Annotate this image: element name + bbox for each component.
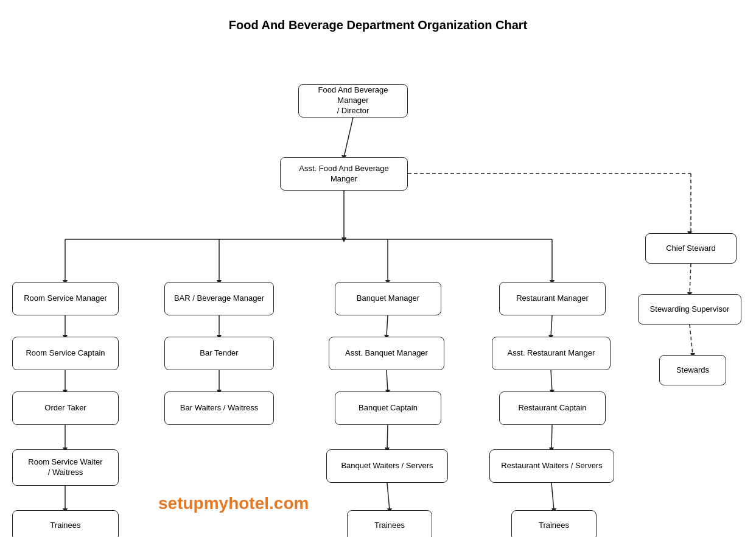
svg-line-10 xyxy=(690,325,693,355)
bar-tender-node: Bar Tender xyxy=(164,337,274,370)
svg-line-9 xyxy=(690,264,691,294)
svg-line-17 xyxy=(387,315,388,337)
svg-line-24 xyxy=(551,483,554,510)
svg-line-21 xyxy=(551,315,552,337)
chief-steward-node: Chief Steward xyxy=(645,233,737,264)
banquet-trainees-node: Trainees xyxy=(347,510,432,537)
rs-manager-node: Room Service Manager xyxy=(12,282,119,315)
svg-line-0 xyxy=(344,118,353,157)
svg-line-18 xyxy=(387,370,388,391)
restaurant-captain-node: Restaurant Captain xyxy=(499,391,606,425)
banquet-captain-node: Banquet Captain xyxy=(335,391,441,425)
watermark: setupmyhotel.com xyxy=(158,494,309,513)
order-taker-node: Order Taker xyxy=(12,391,119,425)
restaurant-manager-node: Restaurant Manager xyxy=(499,282,606,315)
stewards-node: Stewards xyxy=(659,355,726,385)
bar-manager-node: BAR / Beverage Manager xyxy=(164,282,274,315)
restaurant-trainees-node: Trainees xyxy=(511,510,597,537)
stewarding-supervisor-node: Stewarding Supervisor xyxy=(638,294,741,325)
svg-line-23 xyxy=(551,425,552,449)
svg-line-20 xyxy=(387,483,390,510)
banquet-waiters-node: Banquet Waiters / Servers xyxy=(326,449,448,483)
restaurant-waiters-node: Restaurant Waiters / Servers xyxy=(489,449,614,483)
page-title: Food And Beverage Department Organizatio… xyxy=(0,0,756,38)
svg-marker-26 xyxy=(341,237,346,242)
fb-director-node: Food And Beverage Manager / Director xyxy=(298,84,408,118)
bar-waiters-node: Bar Waiters / Waitress xyxy=(164,391,274,425)
svg-line-19 xyxy=(387,425,388,449)
rs-trainees-node: Trainees xyxy=(12,510,119,537)
rs-waiter-node: Room Service Waiter / Waitress xyxy=(12,449,119,486)
asst-restaurant-node: Asst. Restaurant Manger xyxy=(492,337,611,370)
asst-fb-node: Asst. Food And Beverage Manger xyxy=(280,157,408,191)
banquet-manager-node: Banquet Manager xyxy=(335,282,441,315)
rs-captain-node: Room Service Captain xyxy=(12,337,119,370)
svg-line-22 xyxy=(551,370,552,391)
asst-banquet-node: Asst. Banquet Manager xyxy=(329,337,444,370)
